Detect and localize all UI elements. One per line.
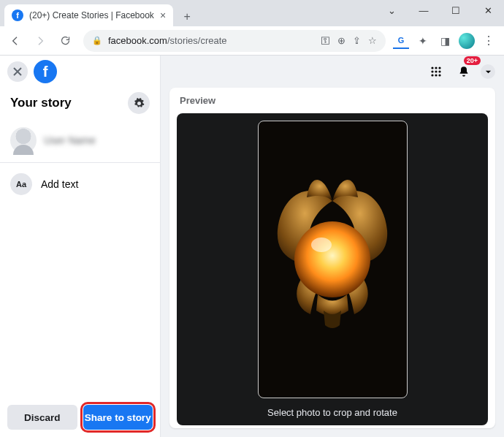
add-text-label: Add text <box>41 178 78 190</box>
facebook-app: f Your story User Name Aa Add text Disca… <box>0 56 504 437</box>
profile-avatar-icon[interactable] <box>459 33 475 49</box>
svg-point-2 <box>438 66 440 69</box>
sidebar-title: Your story <box>10 96 72 110</box>
tab-title: (20+) Create Stories | Facebook <box>29 10 154 20</box>
svg-point-11 <box>311 238 332 252</box>
window-minimize-icon[interactable]: ― <box>408 0 440 20</box>
story-author-row[interactable]: User Name <box>0 123 160 163</box>
add-text-button[interactable]: Aa Add text <box>0 163 160 205</box>
browser-titlebar: f (20+) Create Stories | Facebook × + ⌄ … <box>0 0 504 26</box>
window-controls: ⌄ ― ☐ ✕ <box>375 0 504 20</box>
facebook-top-icons: 20+ <box>161 56 504 88</box>
lock-icon: 🔒 <box>92 36 102 45</box>
story-canvas[interactable] <box>258 121 408 398</box>
share-icon[interactable]: ⇪ <box>353 35 361 46</box>
translate-extension-icon[interactable]: G <box>393 33 409 49</box>
tab-close-icon[interactable]: × <box>160 10 166 21</box>
reload-button[interactable] <box>54 30 76 52</box>
key-icon[interactable]: ⚿ <box>321 35 330 46</box>
bell-icon <box>458 66 470 77</box>
reload-icon <box>60 35 71 46</box>
menu-grid-button[interactable] <box>425 61 447 83</box>
grid-icon <box>430 66 442 77</box>
close-icon <box>13 67 22 76</box>
author-name: User Name <box>44 134 96 146</box>
text-icon: Aa <box>10 173 32 195</box>
svg-point-7 <box>435 74 437 76</box>
browser-tab[interactable]: f (20+) Create Stories | Facebook × <box>4 4 173 26</box>
bookmark-icon[interactable]: ☆ <box>368 35 377 46</box>
notification-badge: 20+ <box>464 56 481 65</box>
svg-point-4 <box>435 70 437 72</box>
chevron-down-icon <box>485 69 492 75</box>
browser-toolbar: 🔒 facebook.com/stories/create ⚿ ⊕ ⇪ ☆ G … <box>0 26 504 56</box>
account-dropdown-button[interactable] <box>481 64 495 79</box>
address-bar[interactable]: 🔒 facebook.com/stories/create ⚿ ⊕ ⇪ ☆ <box>83 30 386 52</box>
gear-icon <box>134 98 145 109</box>
window-maximize-icon[interactable]: ☐ <box>440 0 472 20</box>
svg-point-3 <box>431 70 433 72</box>
svg-point-1 <box>435 66 437 69</box>
arrow-left-icon <box>9 35 21 47</box>
sidebar-footer: Discard Share to story <box>0 398 160 437</box>
new-tab-button[interactable]: + <box>177 7 196 26</box>
story-image <box>259 157 405 362</box>
back-button[interactable] <box>4 30 26 52</box>
svg-point-6 <box>431 74 433 76</box>
svg-point-10 <box>294 221 370 297</box>
notifications-button[interactable]: 20+ <box>453 61 475 83</box>
discard-button[interactable]: Discard <box>7 405 77 430</box>
preview-heading: Preview <box>169 88 495 113</box>
preview-hint: Select photo to crop and rotate <box>267 407 397 418</box>
preview-panel: Preview <box>169 88 495 428</box>
zoom-icon[interactable]: ⊕ <box>337 35 345 46</box>
facebook-favicon: f <box>12 10 23 21</box>
sidepanel-icon[interactable]: ◨ <box>437 33 453 49</box>
main-column: 20+ Preview <box>161 56 504 437</box>
arrow-right-icon <box>34 35 46 47</box>
extensions-area: G ✦ ◨ ⋮ <box>393 33 500 49</box>
browser-menu-icon[interactable]: ⋮ <box>481 33 497 49</box>
author-avatar <box>10 127 37 153</box>
extensions-icon[interactable]: ✦ <box>415 33 431 49</box>
forward-button[interactable] <box>29 30 51 52</box>
story-sidebar: f Your story User Name Aa Add text Disca… <box>0 56 161 437</box>
svg-point-8 <box>438 74 440 76</box>
url-path: /stories/create <box>167 35 227 46</box>
story-settings-button[interactable] <box>128 92 150 114</box>
share-to-story-button[interactable]: Share to story <box>83 405 153 430</box>
preview-stage: Select photo to crop and rotate <box>177 113 488 425</box>
svg-point-5 <box>438 70 440 72</box>
svg-point-0 <box>431 66 433 69</box>
url-host: facebook.com <box>108 35 167 46</box>
close-story-button[interactable] <box>7 61 28 82</box>
window-dropdown-icon[interactable]: ⌄ <box>375 0 408 20</box>
window-close-icon[interactable]: ✕ <box>472 0 504 20</box>
facebook-logo[interactable]: f <box>34 60 57 83</box>
